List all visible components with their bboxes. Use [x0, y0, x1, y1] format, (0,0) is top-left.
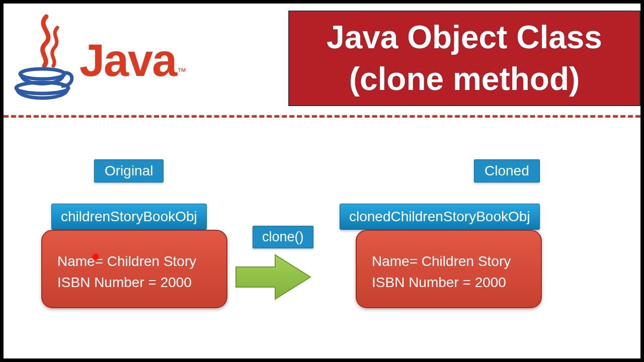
clone-diagram: Original childrenStoryBookObj Name= Chil…: [4, 149, 640, 360]
java-cup-icon: [11, 13, 76, 108]
cloned-badge: Cloned: [474, 159, 540, 183]
clone-method-badge: clone(): [253, 226, 313, 248]
original-object-box: Name= Children Story ISBN Number = 2000: [41, 230, 227, 308]
svg-marker-2: [236, 255, 310, 299]
trademark-symbol: ™: [177, 66, 186, 77]
java-logo: Java ™: [11, 13, 185, 108]
cloned-varname: clonedChildrenStoryBookObj: [340, 204, 540, 230]
svg-point-1: [16, 82, 68, 94]
cloned-field-isbn: ISBN Number = 2000: [372, 272, 526, 293]
title-line-2: (clone method): [349, 58, 580, 100]
section-divider: [4, 115, 640, 118]
original-varname: childrenStoryBookObj: [51, 204, 207, 230]
arrow-right-icon: [230, 250, 315, 305]
original-field-name: Name= Children Story: [57, 251, 211, 272]
cloned-object-box: Name= Children Story ISBN Number = 2000: [356, 230, 542, 308]
original-badge: Original: [94, 159, 164, 183]
marker-dot-icon: [93, 254, 99, 260]
cloned-field-name: Name= Children Story: [372, 251, 526, 272]
header: Java ™ Java Object Class (clone method): [4, 4, 640, 114]
svg-point-0: [20, 69, 64, 79]
title-line-1: Java Object Class: [327, 17, 602, 58]
java-wordmark: Java: [79, 35, 176, 86]
original-field-isbn: ISBN Number = 2000: [57, 272, 211, 293]
title-box: Java Object Class (clone method): [288, 11, 640, 106]
